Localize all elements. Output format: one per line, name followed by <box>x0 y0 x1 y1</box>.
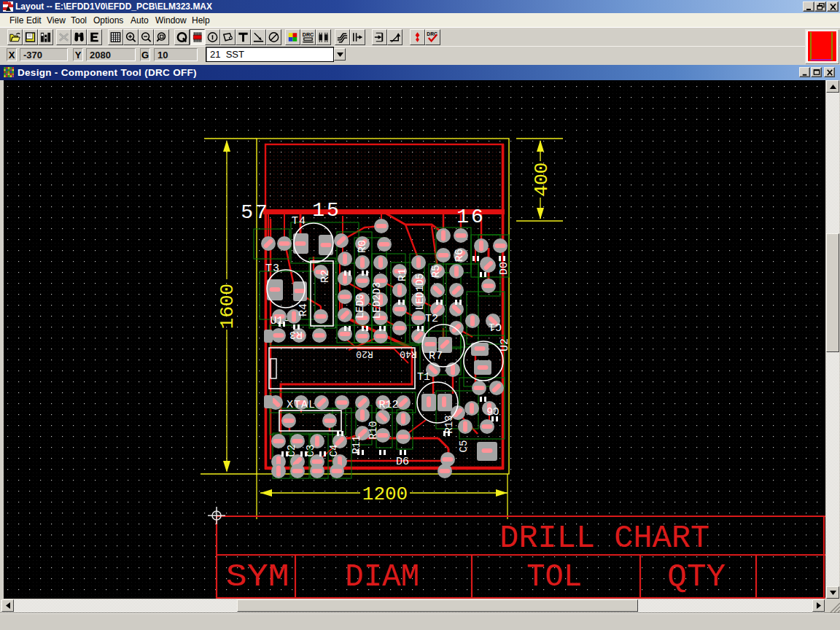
svg-text:DIAM: DIAM <box>345 559 419 595</box>
svg-text:DRILL CHART: DRILL CHART <box>499 520 709 556</box>
svg-text:U1-: U1- <box>270 315 289 327</box>
svg-text:R2: R2 <box>319 270 332 283</box>
svg-text:R3: R3 <box>289 328 303 341</box>
svg-text:T1: T1 <box>417 371 430 384</box>
svg-text:C2: C2 <box>286 445 298 457</box>
svg-text:R10: R10 <box>368 421 379 439</box>
svg-text:D0: D0 <box>498 262 510 275</box>
svg-text:R5: R5 <box>430 265 443 278</box>
svg-text:R0: R0 <box>357 240 369 253</box>
svg-text:LED1D5: LED1D5 <box>414 273 426 310</box>
svg-text:C5: C5 <box>458 440 470 453</box>
svg-text:R1: R1 <box>397 268 409 281</box>
svg-text:R7: R7 <box>429 350 443 362</box>
svg-text:C4: C4 <box>328 445 340 457</box>
svg-text:U2: U2 <box>499 338 511 351</box>
svg-text:TOL: TOL <box>526 559 582 595</box>
svg-text:R13: R13 <box>443 415 455 433</box>
svg-text:DRC: DRC <box>303 32 314 38</box>
svg-text:R6: R6 <box>454 249 466 262</box>
svg-text:R11: R11 <box>351 435 362 454</box>
svg-text:15: 15 <box>312 199 341 222</box>
svg-text:T4: T4 <box>292 215 306 228</box>
svg-text:R4: R4 <box>298 303 310 316</box>
svg-text:57: 57 <box>241 201 270 224</box>
svg-text:R20: R20 <box>356 349 373 359</box>
svg-text:XTAL: XTAL <box>287 399 316 411</box>
svg-text:400: 400 <box>531 163 553 197</box>
svg-text:R12: R12 <box>378 399 398 411</box>
svg-text:1600: 1600 <box>217 284 238 329</box>
svg-text:D6: D6 <box>396 456 409 468</box>
svg-text:C1: C1 <box>489 320 502 332</box>
svg-text:LED2D3: LED2D3 <box>371 282 383 319</box>
svg-text:C6: C6 <box>487 405 499 416</box>
svg-text:T3: T3 <box>265 262 280 275</box>
svg-text:1200: 1200 <box>362 483 408 505</box>
svg-text:R40: R40 <box>400 349 416 359</box>
svg-text:16: 16 <box>456 206 486 228</box>
svg-text:LED0: LED0 <box>354 294 366 319</box>
svg-text:T2: T2 <box>425 313 438 325</box>
svg-text:QTY: QTY <box>667 559 726 595</box>
svg-text:C3: C3 <box>305 445 316 457</box>
svg-text:SYM: SYM <box>226 559 289 595</box>
